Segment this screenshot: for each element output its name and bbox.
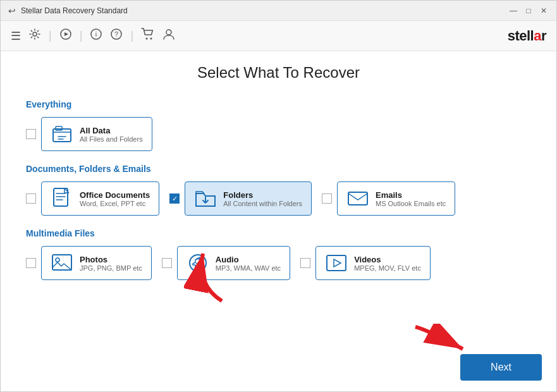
- svg-text:i: i: [95, 30, 97, 38]
- everything-section-title: Everything: [26, 99, 531, 109]
- all-data-item[interactable]: All Data All Files and Folders: [26, 117, 531, 151]
- audio-item[interactable]: Audio MP3, WMA, WAV etc: [162, 246, 290, 280]
- multimedia-section-title: Multimedia Files: [26, 228, 531, 238]
- all-data-card[interactable]: All Data All Files and Folders: [41, 117, 152, 151]
- svg-point-16: [190, 255, 206, 271]
- sep3: |: [130, 29, 133, 42]
- cart-icon[interactable]: [141, 28, 155, 44]
- emails-card[interactable]: Emails MS Outlook Emails etc: [337, 181, 455, 216]
- main-content: Select What To Recover Everything: [1, 51, 556, 293]
- office-item[interactable]: Office Documents Word, Excel, PPT etc: [26, 181, 159, 216]
- svg-point-0: [33, 32, 37, 36]
- photos-icon: [51, 252, 73, 274]
- documents-options-grid: Office Documents Word, Excel, PPT etc: [26, 181, 531, 216]
- multimedia-options-grid: Photos JPG, PNG, BMP etc: [26, 246, 531, 280]
- office-text: Office Documents Word, Excel, PPT etc: [80, 190, 150, 207]
- videos-icon: [325, 252, 348, 274]
- videos-name: Videos: [354, 255, 421, 264]
- all-data-name: All Data: [80, 126, 143, 135]
- emails-name: Emails: [376, 190, 446, 200]
- svg-point-9: [166, 30, 171, 35]
- close-button[interactable]: ✕: [539, 6, 549, 16]
- videos-card[interactable]: Videos MPEG, MOV, FLV etc: [315, 246, 431, 280]
- emails-desc: MS Outlook Emails etc: [376, 200, 446, 207]
- photos-item[interactable]: Photos JPG, PNG, BMP etc: [26, 246, 152, 280]
- photos-desc: JPG, PNG, BMP etc: [80, 264, 142, 272]
- emails-item[interactable]: Emails MS Outlook Emails etc: [322, 181, 455, 216]
- documents-section-title: Documents, Folders & Emails: [26, 164, 531, 174]
- audio-text: Audio MP3, WMA, WAV etc: [216, 255, 281, 272]
- maximize-button[interactable]: □: [523, 6, 534, 16]
- documents-section: Documents, Folders & Emails: [26, 164, 531, 216]
- footer: Next: [460, 354, 542, 381]
- page-title: Select What To Recover: [26, 64, 531, 82]
- svg-marker-2: [64, 32, 68, 36]
- title-bar-controls: — □ ✕: [508, 6, 549, 16]
- user-icon[interactable]: [162, 28, 175, 44]
- brand-logo: stellar: [508, 28, 546, 44]
- toolbar-left: ☰ | | i ? |: [11, 28, 175, 44]
- videos-item[interactable]: Videos MPEG, MOV, FLV etc: [300, 246, 431, 280]
- sep1: |: [49, 29, 52, 42]
- svg-point-8: [150, 38, 152, 40]
- videos-checkbox[interactable]: [300, 258, 310, 268]
- svg-marker-18: [334, 259, 341, 267]
- folders-icon: [194, 187, 217, 210]
- office-name: Office Documents: [80, 190, 150, 200]
- photos-name: Photos: [80, 255, 142, 264]
- videos-text: Videos MPEG, MOV, FLV etc: [354, 255, 421, 272]
- folders-name: Folders: [223, 190, 302, 200]
- title-bar-title: Stellar Data Recovery Standard: [21, 6, 128, 15]
- everything-section: Everything All Data All Files an: [26, 99, 531, 151]
- svg-rect-10: [53, 129, 71, 142]
- sep2: |: [80, 29, 83, 42]
- all-data-desc: All Files and Folders: [80, 135, 143, 143]
- videos-desc: MPEG, MOV, FLV etc: [354, 264, 421, 272]
- svg-rect-17: [327, 255, 346, 271]
- sections: Everything All Data All Files an: [26, 99, 531, 280]
- settings-icon[interactable]: [28, 28, 41, 44]
- play-icon[interactable]: [59, 28, 72, 44]
- svg-point-7: [146, 38, 148, 40]
- brand-accent: a: [534, 28, 541, 44]
- title-bar-left: ↩ Stellar Data Recovery Standard: [8, 6, 128, 16]
- photos-text: Photos JPG, PNG, BMP etc: [80, 255, 142, 272]
- folders-card[interactable]: Folders All Content within Folders: [185, 181, 312, 216]
- minimize-button[interactable]: —: [508, 6, 518, 16]
- emails-checkbox[interactable]: [322, 193, 332, 204]
- next-button[interactable]: Next: [460, 354, 542, 381]
- folders-checkbox[interactable]: [169, 193, 180, 204]
- emails-icon: [346, 187, 369, 210]
- all-data-checkbox[interactable]: [26, 129, 36, 139]
- svg-rect-12: [54, 188, 68, 206]
- audio-checkbox[interactable]: [162, 258, 172, 268]
- audio-card[interactable]: Audio MP3, WMA, WAV etc: [177, 246, 290, 280]
- audio-desc: MP3, WMA, WAV etc: [216, 264, 281, 272]
- all-data-icon: [51, 123, 73, 145]
- office-card[interactable]: Office Documents Word, Excel, PPT etc: [41, 181, 159, 216]
- office-icon: [51, 187, 73, 210]
- all-data-text: All Data All Files and Folders: [80, 126, 143, 143]
- svg-point-15: [56, 258, 59, 262]
- svg-rect-13: [348, 192, 367, 205]
- audio-icon: [187, 252, 209, 274]
- brand-text: stell: [508, 28, 534, 44]
- back-icon: ↩: [8, 6, 16, 16]
- office-checkbox[interactable]: [26, 193, 36, 204]
- photos-card[interactable]: Photos JPG, PNG, BMP etc: [41, 246, 152, 280]
- hamburger-icon[interactable]: ☰: [11, 29, 21, 43]
- help-icon[interactable]: ?: [110, 28, 123, 44]
- title-bar: ↩ Stellar Data Recovery Standard — □ ✕: [1, 1, 556, 21]
- photos-checkbox[interactable]: [26, 258, 36, 268]
- svg-text:?: ?: [114, 30, 118, 38]
- folders-text: Folders All Content within Folders: [223, 190, 302, 207]
- info-icon[interactable]: i: [90, 28, 102, 44]
- brand-rest: r: [541, 28, 546, 44]
- folders-desc: All Content within Folders: [223, 200, 302, 207]
- audio-name: Audio: [216, 255, 281, 264]
- folders-item[interactable]: Folders All Content within Folders: [169, 181, 312, 216]
- toolbar: ☰ | | i ? |: [1, 21, 556, 51]
- emails-text: Emails MS Outlook Emails etc: [376, 190, 446, 207]
- multimedia-section: Multimedia Files P: [26, 228, 531, 280]
- office-desc: Word, Excel, PPT etc: [80, 200, 150, 207]
